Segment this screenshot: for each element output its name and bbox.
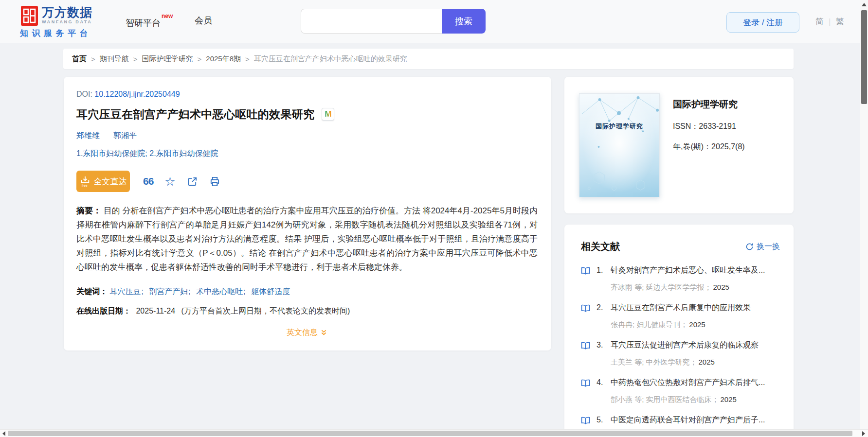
related-item-title-row: 5. 中医定向透药联合耳针对剖宫产产妇产后子... [581, 415, 780, 425]
related-item: 1. 针灸对剖宫产产妇术后恶心、呕吐发生率及... 齐冰雨 等; 延边大学医学学… [581, 265, 780, 292]
keyword-list: 耳穴压豆; 剖宫产产妇; 术中恶心呕吐; 躯体舒适度; [109, 287, 290, 296]
related-item-title[interactable]: 中医定向透药联合耳针对剖宫产产妇产后子... [611, 415, 765, 425]
download-free-icon: free [80, 175, 90, 187]
breadcrumb-item: > 耳穴压豆在剖宫产产妇术中恶心呕吐的效果研究 [241, 54, 407, 64]
chevron-double-down-icon [320, 329, 327, 336]
related-item-year: 2025 [699, 358, 715, 366]
related-item-number: 4. [597, 377, 611, 388]
journal-name[interactable]: 国际护理学研究 [673, 98, 738, 111]
related-item-year: 2025 [721, 395, 737, 403]
article-title: 耳穴压豆在剖宫产产妇术中恶心呕吐的效果研究 [76, 106, 314, 122]
related-item-number: 2. [597, 302, 611, 313]
related-item-meta: 王美兰 等; 中外医学研究； [611, 358, 697, 366]
lang-simplified[interactable]: 简 [815, 16, 824, 27]
author-list: 郑维维郭湘平 [76, 130, 538, 141]
search-button[interactable]: 搜索 [442, 9, 486, 34]
related-item-title[interactable]: 中药热奄包穴位热敷对剖宫产产妇术后排气... [611, 377, 765, 388]
doi-link[interactable]: 10.12208/j.ijnr.20250449 [94, 90, 180, 98]
vertical-scrollbar[interactable] [860, 0, 868, 429]
journal-volume-row: 年,卷(期)：2025,7(8) [673, 142, 745, 152]
brand-name-en: WANFANG DATA [42, 19, 92, 24]
lang-divider: | [829, 17, 831, 27]
search-input[interactable] [301, 9, 442, 34]
horizontal-scrollbar[interactable] [0, 429, 868, 437]
refresh-related-button[interactable]: 换一换 [745, 242, 780, 252]
breadcrumb-separator: > [133, 55, 138, 63]
breadcrumb-link[interactable]: 2025年8期 [206, 54, 241, 64]
breadcrumb-link[interactable]: 国际护理学研究 [142, 54, 193, 64]
book-icon [581, 417, 590, 424]
print-icon[interactable] [209, 176, 220, 187]
abstract-label: 摘要： [76, 206, 101, 215]
nav-item-member[interactable]: 会员 [195, 15, 212, 26]
logo-text: 万方数据 WANFANG DATA [42, 6, 92, 26]
keyword-separator: ; [243, 287, 245, 296]
author-link[interactable]: 郑维维 [76, 131, 100, 140]
related-item-title[interactable]: 耳穴压豆法促进剖宫产术后康复的临床观察 [611, 340, 759, 350]
medline-badge: M [322, 108, 334, 121]
related-item: 3. 耳穴压豆法促进剖宫产术后康复的临床观察 王美兰 等; 中外医学研究；202… [581, 340, 780, 367]
nav-item-zhiyan-platform[interactable]: 智研平台new [126, 15, 173, 29]
publish-date-row: 在线出版日期： 2025-11-24 (万方平台首次上网日期，不代表论文的发表时… [76, 305, 538, 317]
abstract: 摘要： 目的 分析在剖宫产产妇术中恶心呕吐患者的治疗方案中应用耳穴压豆的治疗价值… [76, 204, 538, 274]
site-header: 万方数据 WANFANG DATA 知识服务平台 智研平台new 会员 搜索 登… [0, 0, 868, 43]
journal-cover[interactable]: 国际护理学研究 [579, 93, 660, 197]
abstract-text: 目的 分析在剖宫产产妇术中恶心呕吐患者的治疗方案中应用耳穴压豆的治疗价值。方法 … [76, 206, 538, 272]
breadcrumb-link[interactable]: 期刊导航 [100, 54, 129, 64]
login-register-button[interactable]: 登录 / 注册 [726, 12, 799, 33]
publish-date-label: 在线出版日期： [76, 307, 131, 315]
keywords-label: 关键词： [76, 287, 108, 296]
nav-item-label: 会员 [195, 16, 212, 25]
related-item-meta-row: 齐冰雨 等; 延边大学医学学报；2025 [581, 282, 780, 292]
breadcrumb-link[interactable]: 耳穴压豆在剖宫产产妇术中恶心呕吐的效果研究 [254, 54, 407, 64]
related-item: 2. 耳穴压豆在剖宫产术后康复中的应用效果 张冉冉; 妇儿健康导刊；2025 [581, 302, 780, 330]
breadcrumb: > 首页 > 期刊导航 > 国际护理学研究 > 2025年8期 > 耳穴压豆在剖… [63, 49, 794, 69]
related-item-meta: 齐冰雨 等; 延边大学医学学报； [611, 283, 712, 291]
horizontal-scrollbar-thumb[interactable] [8, 431, 852, 436]
doi-label: DOI: [76, 90, 92, 98]
wanfang-logo[interactable]: 万方数据 WANFANG DATA [21, 6, 92, 26]
vertical-scrollbar-thumb[interactable] [861, 10, 867, 104]
related-item-title[interactable]: 耳穴压豆在剖宫产术后康复中的应用效果 [611, 302, 751, 313]
title-row: 耳穴压豆在剖宫产产妇术中恶心呕吐的效果研究 M [76, 106, 538, 122]
breadcrumb-item: > 2025年8期 [193, 54, 241, 64]
keyword-separator: ; [188, 287, 190, 296]
related-item-meta-row: 郜小燕 等; 实用中西医结合临床；2025 [581, 395, 780, 404]
english-info-toggle[interactable]: 英文信息 [287, 328, 327, 338]
journal-cover-title: 国际护理学研究 [579, 122, 659, 131]
new-badge: new [162, 13, 173, 19]
breadcrumb-item: > 首页 [72, 54, 87, 64]
publish-date-value: 2025-11-24 [136, 307, 175, 315]
scroll-up-arrow[interactable] [862, 3, 867, 6]
share-icon[interactable] [187, 176, 198, 187]
keyword-item: 躯体舒适度; [251, 287, 290, 296]
affiliations[interactable]: 1.东阳市妇幼保健院; 2.东阳市妇幼保健院 [76, 148, 538, 159]
action-toolbar: free 全文直达 66 ☆ [76, 171, 538, 192]
keyword-link[interactable]: 术中恶心呕吐 [196, 287, 243, 296]
related-item-title[interactable]: 针灸对剖宫产产妇术后恶心、呕吐发生率及... [611, 265, 765, 276]
cite-icon[interactable]: 66 [143, 175, 153, 187]
related-item-number: 3. [597, 340, 611, 350]
breadcrumb-link[interactable]: 首页 [72, 54, 87, 64]
english-info-row: 英文信息 [76, 328, 538, 338]
keyword-link[interactable]: 躯体舒适度 [251, 287, 290, 296]
refresh-icon [745, 243, 754, 251]
lang-traditional[interactable]: 繁 [835, 16, 844, 27]
fulltext-button[interactable]: free 全文直达 [76, 171, 130, 192]
journal-issn-row: ISSN：2633-2191 [673, 122, 736, 132]
keyword-link[interactable]: 剖宫产产妇 [149, 287, 188, 296]
doi-row: DOI: 10.12208/j.ijnr.20250449 [76, 89, 538, 99]
scroll-left-arrow[interactable] [2, 431, 5, 436]
keyword-link[interactable]: 耳穴压豆 [109, 287, 141, 296]
keyword-separator: ; [141, 287, 143, 296]
keyword-item: 耳穴压豆; [109, 287, 146, 296]
brand-tagline: 知识服务平台 [20, 28, 91, 39]
breadcrumb-separator: > [198, 55, 202, 63]
favorite-star-icon[interactable]: ☆ [164, 175, 175, 187]
publish-date-note: (万方平台首次上网日期，不代表论文的发表时间) [181, 307, 350, 315]
book-icon [581, 304, 590, 312]
scroll-right-arrow[interactable] [862, 431, 865, 436]
author-link[interactable]: 郭湘平 [113, 131, 137, 140]
related-item-year: 2025 [713, 283, 729, 291]
journal-cover-art [579, 94, 659, 197]
